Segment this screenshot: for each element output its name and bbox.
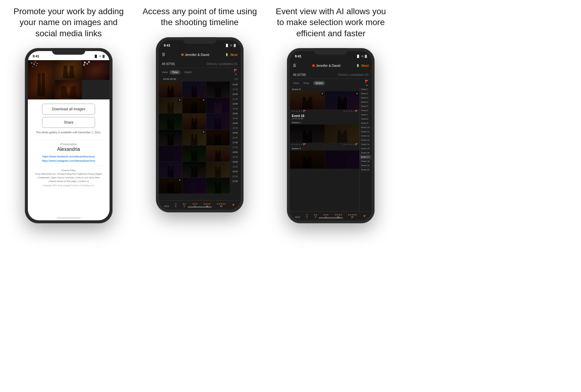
star-1[interactable]: ★: [291, 110, 293, 113]
event-item-6[interactable]: Event 6: [360, 109, 372, 113]
thumb-5-2[interactable]: [182, 146, 206, 161]
thumb-2-1[interactable]: ⊘: [159, 98, 182, 113]
s1-star-7[interactable]: ★: [346, 143, 347, 146]
instagram-link[interactable]: https://www.instagram.com/alexandriaxSon…: [42, 159, 95, 162]
flag-all-2[interactable]: 🚩All: [234, 69, 238, 76]
s1-star-8[interactable]: ★: [348, 143, 350, 146]
event-item-14[interactable]: Event 14: [360, 142, 372, 147]
time-tick-1800[interactable]: 18:00: [230, 150, 241, 155]
time-tick-1330[interactable]: 13:30: [230, 106, 241, 111]
thumb-5-3[interactable]: [206, 146, 230, 161]
download-all-button[interactable]: Download all images: [42, 104, 95, 115]
event-photo-2-2[interactable]: [325, 151, 360, 169]
time-tick-1900[interactable]: 19:00: [230, 160, 241, 164]
tab-delivery-2[interactable]: Delivery candidates (0): [207, 62, 238, 66]
time-tick-1630[interactable]: 16:30: [230, 135, 241, 140]
s1-star-9[interactable]: ★: [350, 143, 352, 146]
s1-star-6[interactable]: ★: [343, 143, 345, 146]
thumb-2-3[interactable]: [206, 98, 230, 113]
event-item-12[interactable]: Event 12: [360, 134, 372, 138]
tab-delivery-3[interactable]: Delivery candidates (0): [338, 73, 369, 76]
tab-all-3[interactable]: All (6758): [293, 73, 306, 76]
thumb-1-1[interactable]: [159, 82, 182, 97]
event-item-5[interactable]: Event 5: [360, 104, 372, 109]
time-tick-1400[interactable]: 14:00: [230, 111, 241, 116]
event-photo-1-2[interactable]: [325, 125, 360, 143]
thumb-3-3[interactable]: [206, 114, 230, 129]
tab-all-2[interactable]: All (6758): [162, 62, 175, 66]
flag-s5-left[interactable]: 🚩: [303, 110, 306, 113]
event-item-2[interactable]: Event 2: [360, 92, 372, 96]
star-4[interactable]: ★: [298, 110, 300, 113]
thumb-2-2[interactable]: ⊘: [182, 98, 206, 113]
event-photo-1-1[interactable]: [290, 125, 325, 143]
time-tick-1930[interactable]: 19:30: [230, 164, 241, 169]
flag-s1-left[interactable]: 🚩: [303, 143, 306, 146]
s1-star-10[interactable]: ★: [353, 143, 355, 146]
event-item-16[interactable]: Event 16: [360, 151, 372, 155]
flag-s5-right[interactable]: 🚩: [355, 110, 358, 113]
time-tick-1830[interactable]: 18:30: [230, 155, 241, 160]
event-item-10[interactable]: Event 10: [360, 125, 372, 130]
time-tick-1530[interactable]: 15:30: [230, 126, 241, 131]
time-tick-1700[interactable]: 17:00: [230, 140, 241, 145]
thumb-5-1[interactable]: [159, 146, 182, 161]
star-7[interactable]: ★: [346, 110, 347, 113]
time-tick-2030[interactable]: 20:30: [230, 174, 241, 179]
time-tick-1730[interactable]: 17:30: [230, 145, 241, 150]
time-tick-1430[interactable]: 14:30: [230, 116, 241, 121]
event-item-19[interactable]: Event 19: [360, 164, 372, 168]
s1-star-5[interactable]: ★: [301, 143, 303, 146]
thumb-7-1[interactable]: ⊘: [159, 178, 182, 193]
thumb-3-1[interactable]: [159, 114, 182, 129]
hamburger-icon-2[interactable]: ☰: [162, 53, 165, 57]
time-tick-1230[interactable]: 12:30: [230, 97, 241, 102]
thumb-6-3[interactable]: [206, 162, 230, 177]
hamburger-icon-3[interactable]: ☰: [293, 63, 296, 68]
flag-all-3[interactable]: 🚩All: [365, 80, 369, 86]
tab-event-2[interactable]: Event: [182, 70, 194, 74]
event-item-13[interactable]: Event 13: [360, 138, 372, 142]
time-tick-1130[interactable]: 11:30: [230, 87, 241, 92]
filter-icon-3[interactable]: ▼: [363, 214, 366, 218]
time-tick-1600[interactable]: 16:00: [230, 131, 241, 135]
event-photo-5-2[interactable]: ⊘: [325, 91, 360, 109]
next-button-3[interactable]: Next: [361, 64, 369, 67]
thumb-6-1[interactable]: [159, 162, 182, 177]
next-button-2[interactable]: Next: [230, 53, 238, 57]
s1-star-4[interactable]: ★: [298, 143, 300, 146]
event-item-9[interactable]: Event 9: [360, 121, 372, 125]
thumb-7-2[interactable]: [182, 178, 206, 193]
tab-event-3[interactable]: Event: [313, 81, 325, 85]
star-6[interactable]: ★: [343, 110, 345, 113]
time-tick-1300[interactable]: 13:00: [230, 102, 241, 106]
time-tick-1200[interactable]: 12:00: [230, 92, 241, 97]
star-3[interactable]: ★: [296, 110, 298, 113]
thumb-4-1[interactable]: [159, 130, 182, 145]
event-item-15[interactable]: Event 15: [360, 147, 372, 151]
flag-s1-right[interactable]: 🚩: [355, 143, 358, 146]
event-photo-5-1[interactable]: ⊘: [290, 91, 325, 109]
thumb-4-3[interactable]: [206, 130, 230, 145]
thumb-1-3[interactable]: [206, 82, 230, 97]
star-10[interactable]: ★: [353, 110, 355, 113]
star-2[interactable]: ★: [294, 110, 295, 113]
time-tick-2100[interactable]: 21:00: [230, 179, 241, 184]
event-item-18[interactable]: Event 18: [360, 159, 372, 164]
thumb-4-2[interactable]: ⊘: [182, 130, 206, 145]
event-item-3[interactable]: Event 3: [360, 96, 372, 100]
star-9[interactable]: ★: [350, 110, 352, 113]
event-item-11[interactable]: Event 11: [360, 130, 372, 134]
s1-star-3[interactable]: ★: [296, 143, 298, 146]
event-item-4[interactable]: Event 4: [360, 100, 372, 104]
filter-icon-2[interactable]: ▼: [231, 203, 235, 207]
event-item-8[interactable]: Event 8: [360, 117, 372, 121]
tab-time-2[interactable]: Time: [169, 70, 180, 74]
event-item-17[interactable]: Event 17: [360, 155, 372, 159]
facebook-link[interactable]: https://www.facebook.com/alexandriaxSony: [42, 155, 95, 158]
event-item-1[interactable]: Event 1: [360, 87, 372, 92]
event-item-20[interactable]: Event 20: [360, 168, 372, 172]
thumb-7-3[interactable]: [206, 178, 230, 193]
thumb-1-2[interactable]: [182, 82, 206, 97]
star-5[interactable]: ★: [301, 110, 303, 113]
